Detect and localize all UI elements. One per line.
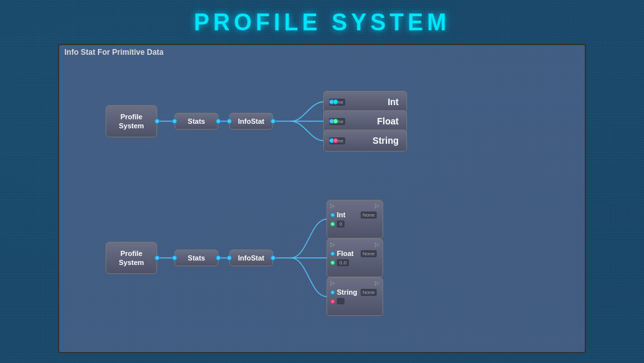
int-play-icon-left: ▷ bbox=[330, 202, 335, 209]
top-float-node[interactable]: None Float bbox=[323, 110, 407, 132]
top-stats-node[interactable]: Stats bbox=[175, 113, 218, 130]
float-detail-none: None bbox=[361, 250, 377, 257]
bottom-string-detail-node[interactable]: ▷ ▷ String None bbox=[327, 277, 383, 316]
bottom-stats-label: Stats bbox=[188, 254, 205, 262]
bottom-string-label: String bbox=[337, 288, 359, 296]
canvas-title: Info Stat For Primitive Data bbox=[59, 45, 585, 59]
float-play-icon-left: ▷ bbox=[330, 241, 335, 248]
top-float-label: Float bbox=[348, 116, 401, 126]
top-profile-label: Profile System bbox=[118, 112, 144, 131]
int-value-badge: 0 bbox=[337, 221, 345, 228]
string-play-icon-left: ▷ bbox=[330, 280, 335, 286]
main-canvas: Info Stat For Primitive Data Profile Sys… bbox=[58, 44, 586, 353]
page-title: PROFILE SYSTEM bbox=[0, 0, 644, 44]
bottom-profile-node[interactable]: Profile System bbox=[106, 242, 157, 274]
top-infostat-label: InfoStat bbox=[238, 117, 265, 125]
bottom-infostat-node[interactable]: InfoStat bbox=[229, 250, 273, 266]
bottom-int-detail-node[interactable]: ▷ ▷ Int None 0 bbox=[327, 200, 383, 239]
top-profile-node[interactable]: Profile System bbox=[106, 105, 157, 137]
bottom-infostat-label: InfoStat bbox=[238, 254, 265, 262]
connection-lines bbox=[59, 45, 585, 352]
string-detail-none: None bbox=[361, 289, 377, 296]
top-string-node[interactable]: None String bbox=[323, 130, 407, 152]
top-stats-label: Stats bbox=[188, 117, 205, 125]
bottom-profile-label: Profile System bbox=[118, 249, 144, 268]
string-value-badge bbox=[337, 298, 345, 304]
bottom-int-label: Int bbox=[337, 211, 359, 219]
int-play-icon-right: ▷ bbox=[375, 202, 379, 209]
bottom-float-label: Float bbox=[337, 250, 359, 257]
int-detail-none: None bbox=[361, 211, 377, 219]
top-int-node[interactable]: None Int bbox=[323, 91, 407, 113]
bottom-float-detail-node[interactable]: ▷ ▷ Float None 0.0 bbox=[327, 239, 383, 277]
top-int-label: Int bbox=[348, 97, 401, 107]
string-play-icon-right: ▷ bbox=[375, 280, 379, 286]
top-string-label: String bbox=[348, 135, 401, 146]
top-infostat-node[interactable]: InfoStat bbox=[229, 113, 273, 130]
float-value-badge: 0.0 bbox=[337, 259, 349, 266]
bottom-stats-node[interactable]: Stats bbox=[175, 250, 218, 266]
float-play-icon-right: ▷ bbox=[375, 241, 379, 248]
